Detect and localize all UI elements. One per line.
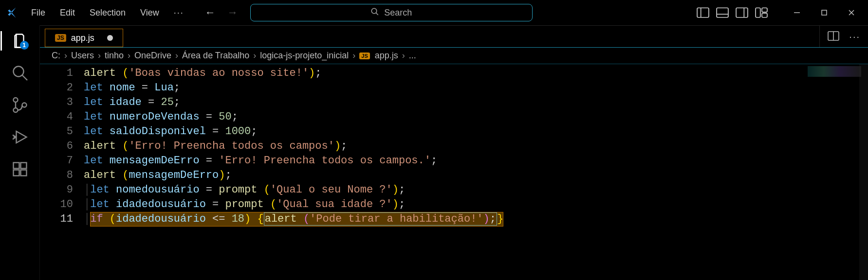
breadcrumb-file[interactable]: app.js <box>375 51 398 61</box>
menu-edit[interactable]: Edit <box>53 5 82 21</box>
svg-point-19 <box>22 103 26 107</box>
window-controls <box>783 3 865 22</box>
breadcrumb[interactable]: C:› Users› tinho› OneDrive› Área de Trab… <box>40 48 868 64</box>
search-placeholder: Search <box>384 8 412 18</box>
tab-app-js[interactable]: JS app.js <box>45 29 123 47</box>
activity-extensions-icon[interactable] <box>10 159 30 179</box>
split-editor-icon[interactable] <box>828 30 839 43</box>
toggle-primary-sidebar-icon[interactable] <box>697 7 709 18</box>
svg-rect-25 <box>20 163 26 169</box>
code-content[interactable]: alert ('Boas vindas ao nosso site!');let… <box>84 64 859 280</box>
editor-tabs: JS app.js ··· <box>40 25 868 48</box>
svg-line-16 <box>22 75 27 81</box>
svg-line-22 <box>13 135 15 137</box>
nav-arrows: ← → <box>203 6 240 19</box>
svg-rect-2 <box>697 8 709 18</box>
breadcrumb-file-badge: JS <box>359 52 369 59</box>
svg-rect-6 <box>736 8 748 18</box>
toggle-panel-icon[interactable] <box>716 7 729 18</box>
menu-more-icon[interactable]: ··· <box>167 5 191 21</box>
svg-rect-26 <box>13 170 19 176</box>
menu-selection[interactable]: Selection <box>83 5 132 21</box>
breadcrumb-segment[interactable]: C: <box>52 51 60 61</box>
editor-scrollbar[interactable] <box>859 64 868 280</box>
tab-filename: app.js <box>71 33 94 43</box>
svg-rect-9 <box>762 8 767 12</box>
title-bar: File Edit Selection View ··· ← → Search <box>0 0 868 25</box>
svg-point-18 <box>13 108 18 112</box>
editor-area: JS app.js ··· C:› Users› tinho› OneDrive… <box>40 25 868 280</box>
svg-rect-24 <box>13 163 19 169</box>
window-minimize-button[interactable] <box>783 3 811 22</box>
vscode-logo-icon <box>3 6 22 19</box>
line-number-gutter: 1234567891011 <box>40 64 84 280</box>
svg-line-1 <box>376 13 379 15</box>
nav-back-icon[interactable]: ← <box>203 6 217 19</box>
svg-rect-10 <box>762 13 767 18</box>
activity-explorer-icon[interactable]: 1 <box>10 31 30 51</box>
layout-controls <box>697 7 768 18</box>
nav-forward-icon: → <box>226 6 240 19</box>
activity-source-control-icon[interactable] <box>10 95 30 115</box>
minimap[interactable] <box>808 66 861 77</box>
activity-run-debug-icon[interactable] <box>10 127 30 147</box>
activity-bar: 1 <box>0 25 40 280</box>
menu-file[interactable]: File <box>24 5 52 21</box>
activity-search-icon[interactable] <box>10 63 30 83</box>
code-editor[interactable]: 1234567891011 alert ('Boas vindas ao nos… <box>40 64 868 280</box>
svg-rect-8 <box>756 8 760 18</box>
tab-dirty-indicator-icon[interactable] <box>107 35 113 41</box>
breadcrumb-tail[interactable]: ... <box>409 51 416 61</box>
search-icon <box>370 7 379 18</box>
svg-point-15 <box>13 67 23 77</box>
tab-lang-badge: JS <box>55 34 66 42</box>
svg-rect-12 <box>822 10 827 15</box>
menu-view[interactable]: View <box>133 5 166 21</box>
breadcrumb-segment[interactable]: tinho <box>105 51 124 61</box>
breadcrumb-segment[interactable]: Área de Trabalho <box>182 51 249 61</box>
svg-point-17 <box>13 98 18 102</box>
svg-line-23 <box>13 138 15 140</box>
customize-layout-icon[interactable] <box>755 7 768 18</box>
breadcrumb-segment[interactable]: logica-js-projeto_inicial <box>260 51 349 61</box>
svg-rect-4 <box>717 8 728 18</box>
command-center-search[interactable]: Search <box>250 4 533 21</box>
menu-bar: File Edit Selection View ··· <box>24 5 191 21</box>
breadcrumb-segment[interactable]: Users <box>71 51 94 61</box>
toggle-secondary-sidebar-icon[interactable] <box>736 7 748 18</box>
breadcrumb-segment[interactable]: OneDrive <box>134 51 171 61</box>
svg-marker-20 <box>16 131 26 143</box>
explorer-badge: 1 <box>20 41 29 50</box>
window-maximize-button[interactable] <box>811 3 838 22</box>
window-close-button[interactable] <box>838 3 865 22</box>
more-actions-icon[interactable]: ··· <box>849 31 860 42</box>
svg-point-0 <box>372 8 377 14</box>
svg-rect-27 <box>20 170 26 176</box>
